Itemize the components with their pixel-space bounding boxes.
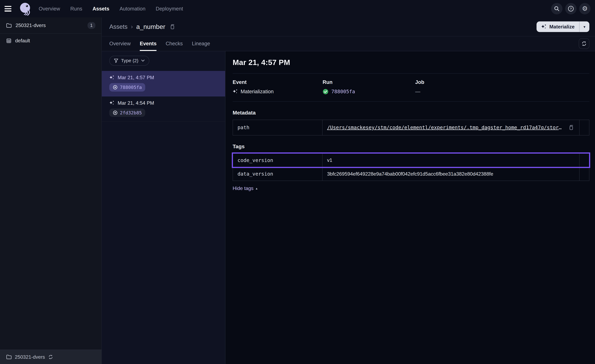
help-button[interactable]: ? xyxy=(565,3,577,14)
event-timestamp: Mar 21, 4:54 PM xyxy=(118,100,154,106)
sidebar-location-label: default xyxy=(15,38,30,44)
copy-icon xyxy=(170,24,175,30)
nav-item-overview[interactable]: Overview xyxy=(39,6,60,12)
nav-actions: ? ⚙ xyxy=(551,3,590,14)
copy-path-button[interactable] xyxy=(567,124,575,131)
event-detail-title: Mar 21, 4:57 PM xyxy=(233,58,589,67)
materialization-sparkle-icon xyxy=(109,100,115,106)
breadcrumb-separator-icon: › xyxy=(131,23,133,30)
tab-events[interactable]: Events xyxy=(140,36,156,51)
filter-row: Type (2) xyxy=(102,51,225,71)
events-list-panel: Type (2) xyxy=(102,51,226,364)
materialize-split-button: Materialize ▾ xyxy=(537,21,589,32)
run-id-chip[interactable]: 788005fa xyxy=(109,83,145,91)
filter-funnel-icon xyxy=(114,58,118,63)
top-nav: Overview Runs Assets Automation Deployme… xyxy=(0,0,595,17)
table-end-cell xyxy=(579,167,589,181)
run-status-icon xyxy=(113,110,118,115)
help-icon: ? xyxy=(568,6,574,12)
sidebar-footer-location[interactable]: 250321-dvers xyxy=(0,350,101,364)
metadata-table: path /Users/smackesey/stm/code/elementl/… xyxy=(233,120,589,135)
refresh-icon xyxy=(581,41,587,46)
run-id: 2fd32b85 xyxy=(120,110,142,115)
event-timestamp: Mar 21, 4:57 PM xyxy=(118,75,154,80)
event-detail-pane: Mar 21, 4:57 PM Event xyxy=(226,51,595,364)
breadcrumb-assets-link[interactable]: Assets xyxy=(109,23,128,30)
asset-count-badge: 1 xyxy=(88,22,95,29)
job-column-label: Job xyxy=(415,79,589,85)
copy-asset-name-button[interactable] xyxy=(169,23,176,31)
caret-down-icon: ▾ xyxy=(583,25,585,29)
asset-catalog-sidebar: 250321-dvers 1 default xyxy=(0,17,102,364)
run-column-label: Run xyxy=(323,79,415,85)
dagster-logo[interactable] xyxy=(18,1,33,16)
metadata-key: path xyxy=(233,120,323,135)
nav-item-deployment[interactable]: Deployment xyxy=(156,6,183,12)
refresh-button[interactable] xyxy=(579,38,589,49)
chevron-down-icon xyxy=(141,59,145,62)
run-id-chip[interactable]: 2fd32b85 xyxy=(109,109,145,117)
type-filter-button[interactable]: Type (2) xyxy=(109,56,149,66)
code-location-icon xyxy=(6,38,11,43)
divider xyxy=(233,73,589,74)
asset-name: a_number xyxy=(136,23,165,30)
job-value: — xyxy=(415,89,420,95)
metadata-row-path: path /Users/smackesey/stm/code/elementl/… xyxy=(233,120,589,135)
event-column-label: Event xyxy=(233,79,323,85)
main-content: Assets › a_number xyxy=(102,17,595,364)
folder-icon xyxy=(6,354,12,360)
dagster-app: Overview Runs Assets Automation Deployme… xyxy=(0,0,595,364)
nav-item-assets[interactable]: Assets xyxy=(92,6,109,12)
sparkle-icon xyxy=(541,24,547,29)
divider xyxy=(233,101,589,102)
metadata-heading: Metadata xyxy=(233,110,589,116)
nav-item-automation[interactable]: Automation xyxy=(120,6,146,12)
hide-tags-label: Hide tags xyxy=(233,185,253,191)
run-id-link[interactable]: 788005fa xyxy=(331,89,355,94)
tag-row-data-version: data_version 3bfc269594ef649228e9a74bab0… xyxy=(233,167,589,181)
run-status-icon xyxy=(113,85,118,90)
sidebar-item-default-location[interactable]: default xyxy=(0,34,101,48)
sync-icon xyxy=(48,354,53,360)
run-success-icon xyxy=(323,89,329,95)
copy-icon xyxy=(568,125,574,131)
primary-nav: Overview Runs Assets Automation Deployme… xyxy=(39,6,183,12)
filter-label: Type (2) xyxy=(121,58,138,63)
caret-up-icon: ▴ xyxy=(256,186,257,190)
run-id: 788005fa xyxy=(120,85,142,90)
tags-heading: Tags xyxy=(233,143,589,149)
search-button[interactable] xyxy=(551,3,562,14)
hamburger-menu-button[interactable] xyxy=(5,3,15,14)
tag-value: 3bfc269594ef649228e9a74bab00f042efc91d5a… xyxy=(323,167,579,181)
table-end-cell xyxy=(579,120,589,135)
materialize-button[interactable]: Materialize xyxy=(537,21,579,32)
svg-text:?: ? xyxy=(570,7,572,10)
asset-tabs: Overview Events Checks Lineage xyxy=(102,36,595,51)
tags-table: code_version v1 data_version 3bfc269594e… xyxy=(233,153,589,181)
breadcrumb: Assets › a_number xyxy=(109,23,176,31)
materialize-label: Materialize xyxy=(549,24,574,30)
event-type-value: Materialization xyxy=(241,89,274,95)
materialize-dropdown-button[interactable]: ▾ xyxy=(580,21,589,32)
tag-key: data_version xyxy=(233,167,323,181)
event-list-item-457pm[interactable]: Mar 21, 4:57 PM 788005fa xyxy=(102,71,225,96)
tag-key: code_version xyxy=(233,154,323,167)
tag-row-code-version: code_version v1 xyxy=(233,154,589,167)
search-icon xyxy=(554,6,560,12)
table-end-cell xyxy=(579,154,589,167)
event-list-item-454pm[interactable]: Mar 21, 4:54 PM 2fd32b85 xyxy=(102,96,225,122)
materialization-sparkle-icon xyxy=(233,89,238,94)
tab-lineage[interactable]: Lineage xyxy=(192,36,210,51)
tab-overview[interactable]: Overview xyxy=(109,36,131,51)
sidebar-item-group[interactable]: 250321-dvers 1 xyxy=(0,17,101,34)
gear-icon: ⚙ xyxy=(582,6,588,12)
path-link[interactable]: /Users/smackesey/stm/code/elementl/exper… xyxy=(327,125,564,130)
event-summary-grid: Event Materialization xyxy=(233,79,589,95)
nav-item-runs[interactable]: Runs xyxy=(70,6,82,12)
hide-tags-button[interactable]: Hide tags ▴ xyxy=(233,185,257,191)
footer-location-label: 250321-dvers xyxy=(15,354,45,360)
settings-button[interactable]: ⚙ xyxy=(579,3,591,14)
tab-checks[interactable]: Checks xyxy=(166,36,183,51)
folder-icon xyxy=(6,23,12,28)
octopus-logo-icon xyxy=(18,1,32,16)
